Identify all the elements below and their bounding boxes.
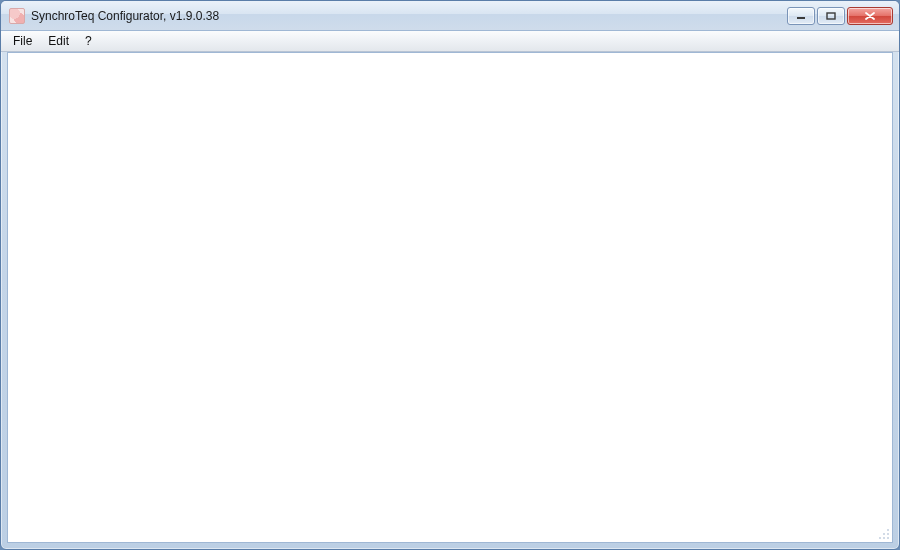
menubar: File Edit ? bbox=[1, 31, 899, 52]
menu-help[interactable]: ? bbox=[77, 31, 100, 51]
svg-rect-1 bbox=[827, 13, 835, 19]
minimize-icon bbox=[796, 12, 806, 20]
resize-grip-icon bbox=[876, 526, 890, 540]
menu-file[interactable]: File bbox=[5, 31, 40, 51]
minimize-button[interactable] bbox=[787, 7, 815, 25]
maximize-button[interactable] bbox=[817, 7, 845, 25]
svg-point-4 bbox=[887, 533, 889, 535]
maximize-icon bbox=[826, 12, 836, 20]
client-area bbox=[7, 52, 893, 543]
menu-edit[interactable]: Edit bbox=[40, 31, 77, 51]
svg-point-2 bbox=[887, 529, 889, 531]
app-icon bbox=[9, 8, 25, 24]
svg-rect-0 bbox=[797, 17, 805, 19]
menu-label: ? bbox=[85, 34, 92, 48]
close-button[interactable] bbox=[847, 7, 893, 25]
svg-point-5 bbox=[879, 537, 881, 539]
window-controls bbox=[787, 7, 893, 25]
menu-label: Edit bbox=[48, 34, 69, 48]
menu-label: File bbox=[13, 34, 32, 48]
svg-point-6 bbox=[883, 537, 885, 539]
resize-grip[interactable] bbox=[876, 526, 890, 540]
app-window: SynchroTeq Configurator, v1.9.0.38 File bbox=[0, 0, 900, 550]
svg-point-3 bbox=[883, 533, 885, 535]
titlebar[interactable]: SynchroTeq Configurator, v1.9.0.38 bbox=[1, 1, 899, 31]
window-title: SynchroTeq Configurator, v1.9.0.38 bbox=[31, 9, 787, 23]
svg-point-7 bbox=[887, 537, 889, 539]
close-icon bbox=[864, 12, 876, 20]
